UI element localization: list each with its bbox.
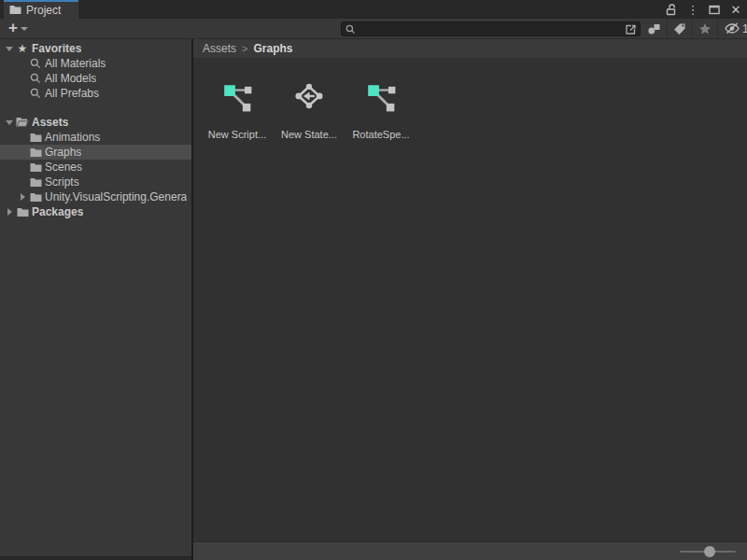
- chevron-down-icon[interactable]: [4, 120, 15, 125]
- filter-by-label-button[interactable]: [667, 19, 692, 38]
- chevron-down-icon[interactable]: [4, 47, 15, 51]
- folder-icon: [28, 192, 43, 203]
- plus-icon: +: [8, 20, 18, 35]
- breadcrumb-graphs[interactable]: Graphs: [253, 42, 292, 55]
- sidebar-item-favorites[interactable]: ★ Favorites: [0, 41, 191, 56]
- thumbnail-zoom-slider[interactable]: [680, 551, 736, 553]
- create-asset-button[interactable]: +: [6, 19, 31, 38]
- asset-item-rotatespeed[interactable]: RotateSpe...: [346, 80, 416, 140]
- sidebar-item-unity-visualscripting-generated[interactable]: Unity.VisualScripting.Genera: [0, 189, 191, 204]
- search-field[interactable]: [341, 21, 641, 36]
- asset-grid: New Script... New State...: [193, 58, 747, 541]
- open-in-search-icon[interactable]: [621, 22, 640, 35]
- type-filter-icon: [647, 22, 661, 35]
- chevron-right-icon[interactable]: [17, 193, 28, 201]
- breadcrumb-separator: >: [242, 43, 247, 54]
- sidebar-item-all-prefabs[interactable]: All Prefabs: [0, 86, 191, 101]
- sidebar-item-scripts[interactable]: Scripts: [0, 175, 191, 189]
- project-folders-panel: ★ Favorites All Materials All Models Al: [0, 39, 191, 558]
- maximize-icon[interactable]: [707, 2, 722, 17]
- sidebar-item-animations[interactable]: Animations: [0, 130, 191, 145]
- search-input[interactable]: [359, 22, 621, 35]
- search-icon: [345, 24, 356, 35]
- script-graph-icon: [364, 80, 398, 114]
- asset-label: RotateSpe...: [352, 129, 409, 140]
- favorites-filter-button[interactable]: [692, 19, 717, 38]
- folder-icon: [15, 207, 30, 217]
- tag-icon: [673, 22, 686, 35]
- unlock-icon[interactable]: [664, 2, 679, 17]
- search-icon: [28, 58, 43, 69]
- script-graph-icon: [220, 80, 254, 114]
- folder-open-icon: [15, 117, 30, 128]
- folder-icon: [28, 147, 43, 158]
- folder-icon: [28, 177, 43, 188]
- filter-by-type-button[interactable]: [641, 19, 667, 38]
- tab-bar: Project ⋮ ✕: [0, 0, 747, 19]
- project-window: Project ⋮ ✕ +: [0, 0, 747, 560]
- breadcrumb: Assets > Graphs: [193, 39, 747, 58]
- sidebar-item-packages[interactable]: Packages: [0, 204, 191, 219]
- star-icon: [698, 22, 712, 35]
- sidebar-item-all-models[interactable]: All Models: [0, 71, 191, 86]
- sidebar-item-assets[interactable]: Assets: [0, 115, 191, 130]
- state-graph-icon: [292, 80, 326, 114]
- breadcrumb-assets[interactable]: Assets: [203, 42, 236, 55]
- tab-project[interactable]: Project: [4, 0, 78, 19]
- slider-thumb[interactable]: [704, 546, 715, 557]
- asset-browser-panel: Assets > Graphs New Script...: [193, 39, 747, 560]
- chevron-right-icon[interactable]: [4, 208, 15, 216]
- folder-icon: [28, 133, 43, 143]
- star-icon: ★: [15, 43, 30, 54]
- search-icon: [28, 73, 43, 84]
- folder-icon: [9, 2, 21, 19]
- hidden-packages-toggle[interactable]: 11: [717, 19, 747, 38]
- sidebar-item-graphs[interactable]: Graphs: [0, 145, 191, 160]
- asset-item-new-state[interactable]: New State...: [275, 80, 344, 140]
- folder-icon: [28, 162, 43, 173]
- tab-label: Project: [26, 4, 61, 17]
- asset-item-new-script[interactable]: New Script...: [203, 80, 272, 140]
- sidebar-item-scenes[interactable]: Scenes: [0, 160, 191, 175]
- close-icon[interactable]: ✕: [728, 2, 743, 17]
- status-bar: [193, 541, 747, 560]
- project-toolbar: +: [0, 19, 747, 39]
- asset-label: New Script...: [208, 129, 266, 140]
- hidden-count: 11: [742, 22, 747, 35]
- eye-slash-icon: [724, 22, 740, 35]
- chevron-down-icon: [21, 27, 28, 31]
- search-icon: [28, 88, 43, 99]
- menu-kebab-icon[interactable]: ⋮: [685, 2, 700, 17]
- sidebar-item-all-materials[interactable]: All Materials: [0, 56, 191, 71]
- tree-spacer: [0, 101, 191, 115]
- asset-label: New State...: [281, 129, 337, 140]
